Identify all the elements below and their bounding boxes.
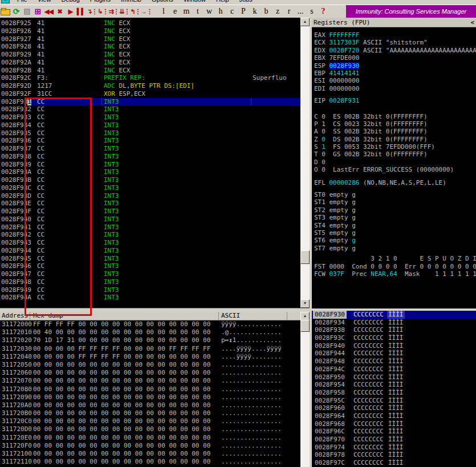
hexdump-row[interactable]: 3117204000 00 00 00 FF FF FF FF 00 00 00… <box>0 353 300 361</box>
register-line[interactable]: EBP 41414141 <box>314 70 476 77</box>
register-line[interactable]: P 1 CS 0023 32bit 0(FFFFFFFF) <box>314 120 476 128</box>
disasm-row[interactable]: 0028F92F31CCXOR ESP,ECX <box>0 90 300 98</box>
trace-over-icon[interactable]: ⇊⋮ <box>119 6 130 17</box>
disasm-row[interactable]: 0028F935CCINT3 <box>0 129 300 137</box>
register-line[interactable]: ESP 0028F930 <box>314 62 476 70</box>
stack-row[interactable]: 0028F934CCCCCCCCÌÌÌÌ <box>312 319 476 327</box>
step-into-icon[interactable]: ↴⋮ <box>87 6 97 17</box>
disasm-row[interactable]: 0028F93FCCINT3 <box>0 208 300 216</box>
register-line[interactable]: S 1 FS 0053 32bit 7EFDD000(FFF) <box>314 143 476 151</box>
stack-row[interactable]: 0028F978CCCCCCCCÌÌÌÌ <box>312 451 476 459</box>
stack-row[interactable]: 0028F938CCCCCCCCÌÌÌÌ <box>312 326 476 334</box>
stack-row[interactable]: 0028F954CCCCCCCCÌÌÌÌ <box>312 381 476 389</box>
menu-item-jobs[interactable]: Jobs <box>234 0 258 3</box>
disasm-row[interactable]: 0028F933CCINT3 <box>0 113 300 121</box>
hexdump-row[interactable]: 3117205000 00 00 00 00 00 00 00 00 00 00… <box>0 361 300 369</box>
hexdump-row[interactable]: 3117209000 00 00 00 00 00 00 00 00 00 00… <box>0 393 300 401</box>
menu-item-file[interactable]: File <box>12 0 32 3</box>
hexdump-row[interactable]: 3117210000 00 00 00 00 00 00 00 00 00 00… <box>0 450 300 458</box>
run-icon[interactable]: ▶ <box>65 6 76 17</box>
hexdump-row[interactable]: 3117202070 1D 17 31 00 00 00 00 00 00 00… <box>0 336 300 344</box>
register-line[interactable]: EBX 7EFDE000 <box>314 54 476 62</box>
menu-item-help[interactable]: Help <box>211 0 234 3</box>
disasm-row[interactable]: 0028F92841INC ECX <box>0 43 300 51</box>
disassembly-scroll-thumb[interactable] <box>300 250 310 264</box>
hexdump-row[interactable]: 311720B000 00 00 00 00 00 00 00 00 00 00… <box>0 409 300 417</box>
register-line[interactable]: FCW 037F Prec NEAR,64 Mask 1 1 1 1 1 1 <box>314 270 476 278</box>
hexdump-row[interactable]: 311720F000 00 00 00 00 00 00 00 00 00 00… <box>0 442 300 450</box>
toolbar-button-w[interactable]: w <box>204 7 215 16</box>
hexdump-row[interactable]: 311720C000 00 00 00 00 00 00 00 00 00 00… <box>0 417 300 425</box>
toolbar-button-m[interactable]: m <box>181 7 192 16</box>
toolbar-button-r[interactable]: r <box>283 7 295 16</box>
stack-row[interactable]: 0028F940CCCCCCCCÌÌÌÌ <box>312 342 476 350</box>
close-icon[interactable]: ✖ <box>54 6 65 17</box>
stack-row[interactable]: 0028F948CCCCCCCCÌÌÌÌ <box>312 358 476 366</box>
register-line[interactable]: EFL 00000286 (NO,NB,NE,A,S,PE,L,LE) <box>314 179 476 186</box>
register-line[interactable]: ST3 empty g <box>314 214 476 221</box>
disasm-row[interactable]: 0028F93BCCINT3 <box>0 176 300 184</box>
disasm-row[interactable]: 0028F93CCCINT3 <box>0 184 300 192</box>
toolbar-button-b[interactable]: b <box>261 7 272 16</box>
register-line[interactable]: ST7 empty g <box>314 245 476 252</box>
stack-row[interactable]: 0028F93CCCCCCCCCÌÌÌÌ <box>312 334 476 342</box>
register-line[interactable]: ECX 3117303F ASCII "shitstorm" <box>314 39 476 46</box>
disassembly-scrollbar[interactable]: ▲ ▼ <box>300 18 310 308</box>
hexdump-row[interactable]: 3117201000 40 00 00 00 00 00 00 00 00 00… <box>0 328 300 336</box>
stack-row[interactable]: 0028F968CCCCCCCCÌÌÌÌ <box>312 420 476 428</box>
scroll-up-icon[interactable]: ▲ <box>300 18 310 26</box>
disasm-row[interactable]: 0028F92541INC ECX <box>0 19 300 27</box>
help-button[interactable]: ? <box>318 7 329 16</box>
register-line[interactable]: D 0 <box>314 159 476 166</box>
step-over-icon[interactable]: ↳⋮ <box>97 6 108 17</box>
disasm-row[interactable]: 0028F949CCINT3 <box>0 286 300 294</box>
toolbar-button-t[interactable]: t <box>192 7 204 16</box>
hexdump-row[interactable]: 3117203000 00 00 00 FF FF FF FF 00 00 00… <box>0 345 300 353</box>
menu-item-debug[interactable]: Debug <box>56 0 84 3</box>
hexdump-row[interactable]: 311720E000 00 00 00 00 00 00 00 00 00 00… <box>0 434 300 442</box>
hexdump-row[interactable]: 311720D000 00 00 00 00 00 00 00 00 00 00… <box>0 425 300 433</box>
execute-till-return-icon[interactable]: ↰⋮ <box>130 6 141 17</box>
disasm-row[interactable]: 0028F945CCINT3 <box>0 255 300 263</box>
hexdump-row[interactable]: 31172000FF FF FF FF 00 00 00 00 00 00 00… <box>0 320 300 328</box>
run-backward-icon[interactable]: ◀◀ <box>43 6 54 17</box>
disasm-row[interactable]: 0028F939CCINT3 <box>0 161 300 169</box>
hexdump-row[interactable]: 3117207000 00 00 00 00 00 00 00 00 00 00… <box>0 377 300 385</box>
disasm-row[interactable]: 0028F93ACCINT3 <box>0 168 300 176</box>
disasm-row[interactable]: 0028F938CCINT3 <box>0 153 300 161</box>
column-header-ascii[interactable]: ASCII <box>221 312 240 319</box>
menu-item-options[interactable]: Options <box>147 0 178 3</box>
register-line[interactable]: FST 0000 Cond 0 0 0 0 Err 0 0 0 0 0 0 0 … <box>314 263 476 270</box>
disasm-row[interactable]: 0028F93ECCINT3 <box>0 200 300 208</box>
column-header-address[interactable]: Address <box>2 312 28 319</box>
register-line[interactable]: EDI 00000000 <box>314 85 476 92</box>
disasm-row[interactable]: 0028F941CCINT3 <box>0 224 300 232</box>
disasm-row[interactable]: 0028F93DCCINT3 <box>0 192 300 200</box>
register-line[interactable]: ST6 empty g <box>314 237 476 244</box>
menu-item-immlib[interactable]: ImmLib <box>116 0 147 3</box>
disasm-row[interactable]: 0028F92741INC ECX <box>0 35 300 43</box>
disasm-row[interactable]: 0028F932CCINT3 <box>0 105 300 113</box>
hexdump-row[interactable]: 311720A000 00 00 00 00 00 00 00 00 00 00… <box>0 401 300 409</box>
disasm-row[interactable]: 0028F936CCINT3 <box>0 137 300 145</box>
stack-row[interactable]: 0028F97CCCCCCCCCÌÌÌÌ <box>312 459 476 467</box>
disasm-row[interactable]: 0028F934CCINT3 <box>0 121 300 129</box>
disasm-row[interactable]: 0028F948CCINT3 <box>0 278 300 286</box>
scroll-down-icon[interactable]: ▼ <box>300 299 310 308</box>
stack-row[interactable]: 0028F960CCCCCCCCÌÌÌÌ <box>312 404 476 412</box>
disasm-row[interactable]: 0028F92941INC ECX <box>0 51 300 59</box>
trace-into-icon[interactable]: ⇉⋮ <box>108 6 119 17</box>
disasm-row[interactable]: 0028F940CCINT3 <box>0 216 300 224</box>
register-line[interactable]: O 0 LastErr ERROR_SUCCESS (00000000) <box>314 166 476 173</box>
register-line[interactable]: ST4 empty g <box>314 222 476 229</box>
collapse-icon[interactable]: < <box>470 19 474 26</box>
register-line[interactable]: ST0 empty g <box>314 191 476 198</box>
menu-item-plugins[interactable]: Plugins <box>85 0 116 3</box>
stack-row[interactable]: 0028F94CCCCCCCCCÌÌÌÌ <box>312 366 476 373</box>
disasm-row[interactable]: 0028F92CF3:PREFIX REP:Superfluo <box>0 74 300 82</box>
toolbar-button-k[interactable]: k <box>249 7 261 16</box>
stack-row[interactable]: 0028F950CCCCCCCCÌÌÌÌ <box>312 373 476 381</box>
register-line[interactable]: A 0 SS 002B 32bit 0(FFFFFFFF) <box>314 128 476 135</box>
stack-row[interactable]: 0028F930CCCCCCCCÌÌÌÌ <box>312 311 476 319</box>
toolbar-button-s[interactable]: s <box>306 7 318 16</box>
